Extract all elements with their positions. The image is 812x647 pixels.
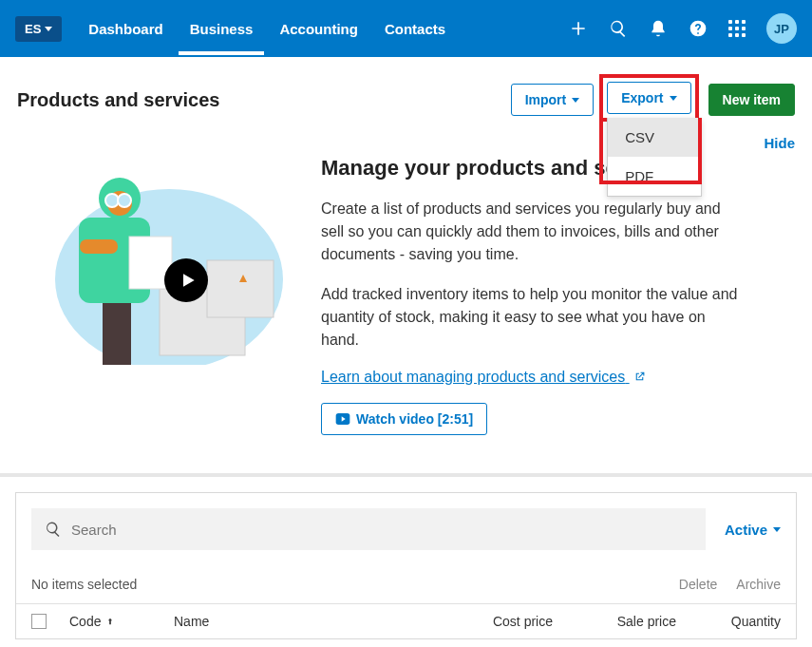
- export-csv[interactable]: CSV: [608, 118, 701, 157]
- chevron-down-icon: [572, 98, 579, 103]
- play-video-button[interactable]: [164, 258, 208, 302]
- import-label: Import: [525, 92, 567, 107]
- search-input[interactable]: [71, 522, 692, 538]
- svg-point-8: [105, 194, 119, 207]
- col-name[interactable]: Name: [174, 614, 429, 629]
- svg-rect-4: [103, 298, 131, 365]
- export-button[interactable]: Export: [607, 82, 690, 114]
- learn-link-label: Learn about managing products and servic…: [321, 369, 625, 385]
- delete-button[interactable]: Delete: [679, 577, 717, 592]
- external-link-icon: [633, 371, 646, 383]
- new-item-button[interactable]: New item: [708, 84, 795, 116]
- org-code: ES: [25, 22, 41, 36]
- sort-asc-icon: [105, 615, 115, 628]
- col-qty[interactable]: Quantity: [676, 614, 781, 629]
- table-header: Code Name Cost price Sale price Quantity: [16, 603, 796, 638]
- status-filter[interactable]: Active: [725, 522, 781, 538]
- col-cost[interactable]: Cost price: [429, 614, 553, 629]
- svg-rect-10: [80, 239, 118, 254]
- search-icon[interactable]: [609, 19, 628, 38]
- nav-dashboard[interactable]: Dashboard: [88, 3, 162, 55]
- svg-rect-2: [207, 260, 274, 317]
- nav-business[interactable]: Business: [190, 3, 254, 55]
- apps-icon[interactable]: [728, 20, 746, 37]
- intro-p1: Create a list of products and services y…: [321, 198, 738, 266]
- plus-icon[interactable]: [569, 19, 588, 38]
- export-label: Export: [621, 90, 663, 105]
- search-box: [31, 508, 706, 550]
- search-icon: [45, 521, 62, 538]
- archive-button[interactable]: Archive: [736, 577, 781, 592]
- chevron-down-icon: [45, 27, 52, 31]
- org-switcher[interactable]: ES: [15, 16, 62, 42]
- select-all-checkbox[interactable]: [31, 614, 47, 629]
- hide-intro-button[interactable]: Hide: [764, 135, 795, 151]
- nav-accounting[interactable]: Accounting: [279, 3, 358, 55]
- avatar[interactable]: JP: [766, 13, 797, 44]
- page-title: Products and services: [17, 89, 219, 111]
- status-filter-label: Active: [725, 522, 767, 538]
- export-pdf[interactable]: PDF: [608, 157, 701, 196]
- help-icon[interactable]: [689, 19, 708, 38]
- chevron-down-icon: [670, 96, 677, 101]
- learn-link[interactable]: Learn about managing products and servic…: [321, 369, 646, 385]
- play-icon: [335, 411, 350, 427]
- col-sale[interactable]: Sale price: [553, 614, 676, 629]
- import-button[interactable]: Import: [511, 84, 595, 116]
- watch-video-label: Watch video [2:51]: [356, 411, 473, 427]
- intro-illustration: [17, 156, 293, 365]
- export-menu: CSV PDF: [607, 118, 702, 197]
- col-code[interactable]: Code: [69, 614, 174, 629]
- watch-video-button[interactable]: Watch video [2:51]: [321, 403, 487, 435]
- chevron-down-icon: [773, 527, 781, 532]
- svg-point-9: [118, 194, 131, 207]
- nav-contacts[interactable]: Contacts: [385, 3, 445, 55]
- col-code-label: Code: [69, 614, 101, 629]
- selection-status: No items selected: [31, 577, 137, 592]
- bell-icon[interactable]: [649, 19, 668, 38]
- intro-p2: Add tracked inventory items to help you …: [321, 283, 738, 352]
